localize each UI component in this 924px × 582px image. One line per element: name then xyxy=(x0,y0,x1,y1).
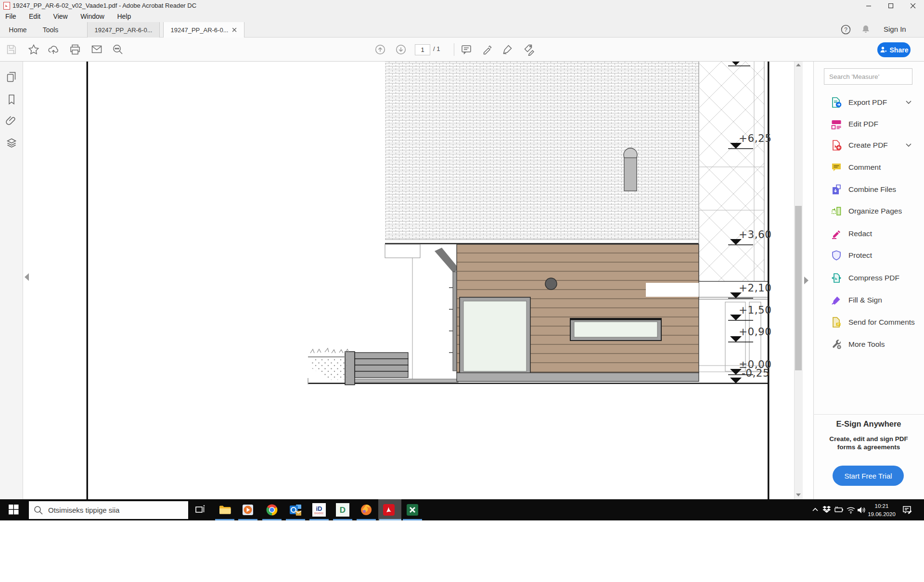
tab-home[interactable]: Home xyxy=(4,22,32,38)
sheet-frame-right xyxy=(768,62,770,499)
print-icon[interactable] xyxy=(69,43,81,56)
tray-volume-icon[interactable] xyxy=(857,506,866,514)
taskbar-search-input[interactable] xyxy=(29,501,188,519)
scroll-up-arrow[interactable] xyxy=(796,63,801,66)
file-explorer-icon[interactable] xyxy=(218,503,231,517)
cloud-upload-icon[interactable] xyxy=(47,43,60,56)
window-title: 19247_PP_AR-6-02_v02_Vaade1.pdf - Adobe … xyxy=(13,2,196,9)
chevron-down-icon[interactable] xyxy=(906,143,911,147)
tool-export-pdf[interactable]: Export PDF xyxy=(813,91,924,113)
entrance-door xyxy=(458,297,532,376)
tray-battery-icon[interactable] xyxy=(834,506,844,514)
previous-page-icon[interactable] xyxy=(374,43,386,56)
document-tab-active[interactable]: 19247_PP_AR-6-0... xyxy=(163,22,244,38)
menu-edit[interactable]: Edit xyxy=(24,12,46,21)
title-bar: 19247_PP_AR-6-02_v02_Vaade1.pdf - Adobe … xyxy=(0,0,924,12)
close-button[interactable] xyxy=(902,0,924,12)
menu-help[interactable]: Help xyxy=(112,12,136,21)
comment-tool-icon[interactable] xyxy=(460,43,473,56)
tool-create-pdf[interactable]: Create PDF xyxy=(813,134,924,156)
acrobat-file-icon xyxy=(3,2,10,10)
collapse-left-pane-arrow[interactable] xyxy=(25,273,29,281)
fill-and-sign-icon xyxy=(831,295,842,305)
tray-wifi-icon[interactable] xyxy=(846,506,856,514)
favorites-star-icon[interactable] xyxy=(27,43,40,56)
tool-organize-pages[interactable]: Organize Pages xyxy=(813,200,924,222)
comment-icon xyxy=(831,162,842,173)
tool-combine-files[interactable]: Combine Files xyxy=(813,178,924,200)
chrome-icon[interactable] xyxy=(265,503,279,517)
running-app-indicator xyxy=(357,519,376,520)
chevron-down-icon[interactable] xyxy=(906,101,911,104)
tab-tools[interactable]: Tools xyxy=(37,22,64,38)
share-button[interactable]: Share xyxy=(877,42,911,57)
strip-window xyxy=(570,318,661,341)
sign-pen-tool-icon[interactable] xyxy=(502,43,514,56)
save-icon[interactable] xyxy=(5,43,18,56)
help-icon[interactable]: ? xyxy=(841,25,851,35)
media-player-icon[interactable] xyxy=(241,503,255,517)
attachments-paperclip-icon[interactable] xyxy=(5,115,18,127)
tool-more-tools[interactable]: More Tools xyxy=(813,333,924,355)
tools-search-input[interactable] xyxy=(824,68,912,85)
notifications-bell-icon[interactable] xyxy=(861,25,871,34)
tool-send-for-comments[interactable]: Send for Comments xyxy=(813,311,924,333)
maximize-button[interactable] xyxy=(880,0,902,12)
edit-pdf-icon xyxy=(831,119,842,129)
scroll-down-arrow[interactable] xyxy=(796,493,801,496)
tab-close-icon[interactable] xyxy=(232,28,237,32)
tool-protect[interactable]: Protect xyxy=(813,244,924,266)
start-button[interactable] xyxy=(9,505,19,515)
minimize-button[interactable] xyxy=(858,0,880,12)
outlook-icon[interactable] xyxy=(289,503,302,517)
running-app-indicator xyxy=(286,519,305,520)
collapse-right-pane-arrow[interactable] xyxy=(804,277,808,284)
excel-icon[interactable] xyxy=(406,503,419,517)
clock-date: 19.06.2020 xyxy=(865,510,898,519)
running-app-indicator xyxy=(262,519,282,520)
tool-comment[interactable]: Comment xyxy=(813,156,924,178)
action-center-icon[interactable] xyxy=(902,505,913,516)
tool-redact[interactable]: Redact xyxy=(813,223,924,244)
vertical-scrollbar-thumb[interactable] xyxy=(795,206,802,370)
stamp-tag-tool-icon[interactable] xyxy=(523,43,536,56)
layers-icon[interactable] xyxy=(5,137,18,150)
svg-text:+2,10: +2,10 xyxy=(739,282,771,294)
digidoc-id-icon[interactable]: iDDIGIDOC xyxy=(312,503,326,517)
roof-vent-pipe xyxy=(624,148,637,191)
taskbar-clock[interactable]: 10:21 19.06.2020 xyxy=(865,502,898,519)
more-tools-wrench-icon xyxy=(831,339,842,350)
acrobat-reader-icon[interactable] xyxy=(383,504,395,516)
elevation-drawing-canvas: +6,25 +3,60 +2,10 +1,50 +0,90 ±0,00 -0,2… xyxy=(24,62,794,499)
highlighter-tool-icon[interactable] xyxy=(481,43,494,56)
page-count-label: / 1 xyxy=(433,45,440,52)
elevation-marker: +1,50 xyxy=(728,304,771,320)
bookmarks-icon[interactable] xyxy=(5,93,18,106)
page-thumbnails-icon[interactable] xyxy=(5,71,18,83)
firefox-icon[interactable] xyxy=(359,503,373,517)
page-number-input[interactable]: 1 xyxy=(415,44,430,55)
tool-edit-pdf[interactable]: Edit PDF xyxy=(813,113,924,135)
next-page-icon[interactable] xyxy=(395,43,407,56)
menu-file[interactable]: File xyxy=(0,12,22,21)
start-free-trial-button[interactable]: Start Free Trial xyxy=(833,466,904,486)
digidoc-d-icon[interactable]: D xyxy=(336,503,349,517)
document-tab-inactive[interactable]: 19247_PP_AR-6-0... xyxy=(87,22,160,38)
sign-in-link[interactable]: Sign In xyxy=(884,25,906,33)
tray-chevron-up-icon[interactable] xyxy=(811,506,819,514)
search-zoom-icon[interactable] xyxy=(112,43,124,56)
tool-fill-and-sign[interactable]: Fill & Sign xyxy=(813,289,924,311)
task-view-icon[interactable] xyxy=(194,504,206,516)
tray-dropbox-icon[interactable] xyxy=(822,505,832,515)
tool-compress-pdf[interactable]: Compress PDF xyxy=(813,267,924,289)
elevation-marker: +2,10 xyxy=(728,282,771,298)
email-icon[interactable] xyxy=(90,43,103,56)
share-label: Share xyxy=(890,46,909,54)
menu-view[interactable]: View xyxy=(48,12,73,21)
menu-window[interactable]: Window xyxy=(75,12,110,21)
sheet-frame-left xyxy=(87,62,89,499)
svg-text:?: ? xyxy=(844,26,847,33)
running-app-indicator xyxy=(215,519,234,520)
roof-tiles xyxy=(385,62,699,244)
svg-text:DIGIDOC: DIGIDOC xyxy=(314,512,324,515)
